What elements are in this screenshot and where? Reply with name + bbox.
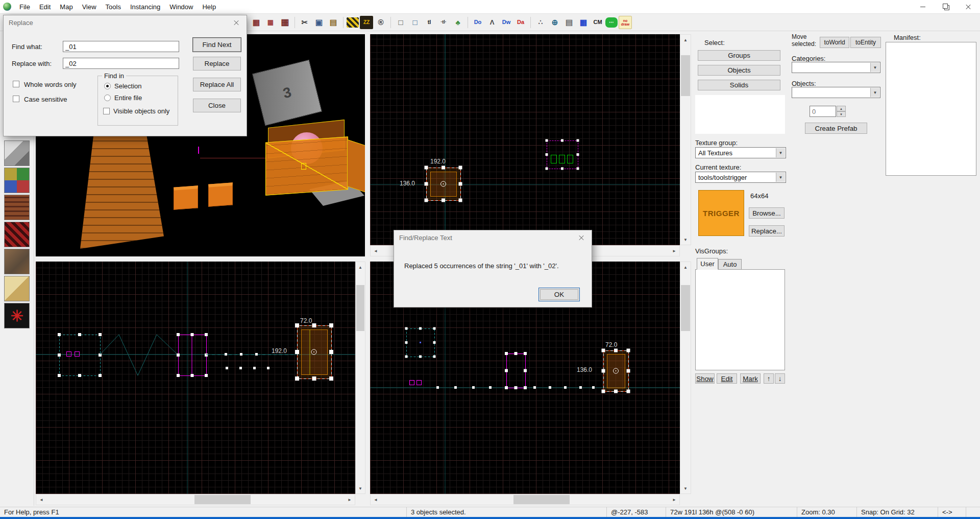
case-sensitive-checkbox[interactable] [13, 96, 19, 102]
find-next-button[interactable]: Find Next [193, 38, 241, 52]
scrollbar-horizontal-bl[interactable]: ◄ ► [36, 494, 355, 505]
categories-select[interactable]: ▼ [792, 62, 880, 73]
chevron-down-icon[interactable]: ▼ [870, 88, 879, 97]
scrollbar-vertical-bl[interactable]: ▲ ▼ [355, 262, 365, 494]
create-prefab-button[interactable]: Create Prefab [805, 123, 867, 134]
scroll-thumb[interactable] [356, 285, 364, 331]
scroll-thumb[interactable] [681, 55, 690, 96]
edit-button[interactable]: Edit [717, 373, 737, 384]
chevron-down-icon[interactable]: ▼ [776, 148, 785, 157]
scroll-left-icon[interactable]: ◄ [371, 246, 381, 256]
texture-thumb-brick-cube[interactable] [4, 195, 30, 220]
scroll-up-icon[interactable]: ▲ [680, 262, 691, 272]
message-dialog-title[interactable]: Find/Replace Text [394, 230, 592, 245]
apply-texture-icon[interactable] [347, 17, 359, 28]
chevron-down-icon[interactable]: ▼ [870, 63, 879, 72]
objects-select[interactable]: ▼ [792, 87, 880, 98]
circle-r-icon[interactable]: ® [374, 16, 387, 29]
whole-words-checkbox[interactable] [13, 81, 19, 87]
menu-instancing[interactable]: Instancing [126, 0, 165, 14]
scroll-right-icon[interactable]: ► [345, 494, 355, 505]
replace-texture-button[interactable]: Replace... [749, 225, 785, 237]
texture-thumb-red-cube[interactable] [4, 222, 30, 247]
scrollbar-horizontal-br[interactable]: ◄ ► [370, 494, 680, 505]
move-up-icon[interactable]: ↑ [764, 373, 774, 384]
select-touching-icon[interactable]: □ [408, 16, 422, 29]
find-what-input[interactable] [63, 41, 179, 52]
texture-thumb-tan-cube[interactable] [4, 276, 30, 301]
selection-radio[interactable] [104, 83, 111, 89]
minimize-icon[interactable] [911, 0, 934, 14]
nodraw-icon[interactable]: no draw [619, 16, 632, 29]
larger-grid-icon[interactable]: ▦ [278, 16, 291, 29]
current-texture-select[interactable]: tools/toolstrigger ▼ [695, 172, 786, 183]
scroll-down-icon[interactable]: ▼ [680, 483, 691, 493]
menu-window[interactable]: Window [165, 0, 198, 14]
scroll-thumb[interactable] [681, 285, 690, 331]
replace-with-input[interactable] [63, 58, 179, 69]
scroll-down-icon[interactable]: ▼ [680, 234, 691, 245]
scroll-track[interactable] [46, 494, 345, 505]
chevron-down-icon[interactable]: ▼ [776, 173, 785, 182]
scroll-right-icon[interactable]: ► [669, 494, 679, 505]
displacement-dw-icon[interactable]: Dw [500, 16, 513, 29]
spin-up-icon[interactable]: ▲ [837, 106, 846, 111]
menu-tools[interactable]: Tools [101, 0, 126, 14]
displacement-do-icon[interactable]: Do [471, 16, 484, 29]
scroll-track[interactable] [680, 272, 691, 483]
scroll-thumb[interactable] [194, 495, 251, 504]
toggle-3d-grid-icon[interactable]: ▦ [250, 16, 263, 29]
texture-lock-icon[interactable]: tl [423, 16, 436, 29]
replace-all-button[interactable]: Replace All [193, 78, 241, 91]
close-icon[interactable] [957, 0, 980, 14]
menu-map[interactable]: Map [55, 0, 77, 14]
close-icon[interactable] [226, 15, 247, 30]
restore-icon[interactable] [934, 0, 957, 14]
scroll-right-icon[interactable]: ► [669, 246, 679, 256]
browse-button[interactable]: Browse... [749, 207, 785, 219]
prefab-count-field[interactable]: 0 [810, 106, 836, 117]
to-entity-button[interactable]: toEntity [850, 37, 881, 48]
scatter-icon[interactable]: ∴ [534, 16, 547, 29]
scroll-up-icon[interactable]: ▲ [680, 35, 691, 45]
show-button[interactable]: Show [695, 373, 715, 384]
texture-preview[interactable]: TRIGGER [698, 190, 744, 236]
smaller-grid-icon[interactable]: ▦ [264, 16, 277, 29]
scroll-left-icon[interactable]: ◄ [36, 494, 46, 505]
visible-objects-checkbox[interactable] [103, 108, 110, 114]
scroll-left-icon[interactable]: ◄ [371, 494, 381, 505]
replace-dialog-title[interactable]: Replace [4, 15, 247, 30]
texture-thumb-rock-cube[interactable] [4, 249, 30, 274]
brick-wall-icon[interactable]: ▤ [562, 16, 576, 29]
spinner[interactable]: ▲ ▼ [837, 106, 846, 117]
close-button[interactable]: Close [193, 99, 241, 112]
mark-button[interactable]: Mark [740, 373, 761, 384]
scroll-track[interactable] [381, 494, 669, 505]
scrollbar-vertical-br[interactable]: ▲ ▼ [680, 262, 691, 494]
scroll-track[interactable] [356, 272, 365, 483]
texture-thumb-multicolor-cube[interactable] [4, 168, 30, 193]
menu-edit[interactable]: Edit [35, 0, 55, 14]
scroll-thumb[interactable] [513, 495, 570, 504]
paste-icon[interactable]: ▤ [327, 16, 340, 29]
viewport-2d-top[interactable]: 192.0 136.0 [370, 34, 680, 245]
texture-lock-scale-icon[interactable]: ·tl· [437, 16, 450, 29]
visgroups-list[interactable] [695, 269, 785, 370]
groups-button[interactable]: Groups [698, 50, 780, 61]
cordon-icon[interactable]: ⊕ [548, 16, 561, 29]
close-icon[interactable] [571, 230, 592, 245]
texture-thumb-grey-cube[interactable] [4, 140, 30, 166]
blue-grid-icon[interactable]: ▦ [577, 16, 590, 29]
cm-icon[interactable]: CM [591, 16, 604, 29]
scroll-up-icon[interactable]: ▲ [356, 262, 365, 272]
scroll-down-icon[interactable]: ▼ [356, 483, 365, 493]
move-down-icon[interactable]: ↓ [775, 373, 785, 384]
objects-button[interactable]: Objects [698, 65, 780, 76]
tab-user[interactable]: User [697, 258, 718, 270]
tab-auto[interactable]: Auto [718, 259, 742, 270]
sleep-zz-icon[interactable]: ZZ [360, 16, 373, 29]
chat-icon[interactable]: ⋯ [605, 17, 618, 28]
manifest-list[interactable] [886, 42, 976, 176]
foliage-icon[interactable]: ♣ [451, 16, 464, 29]
menu-file[interactable]: File [15, 0, 35, 14]
